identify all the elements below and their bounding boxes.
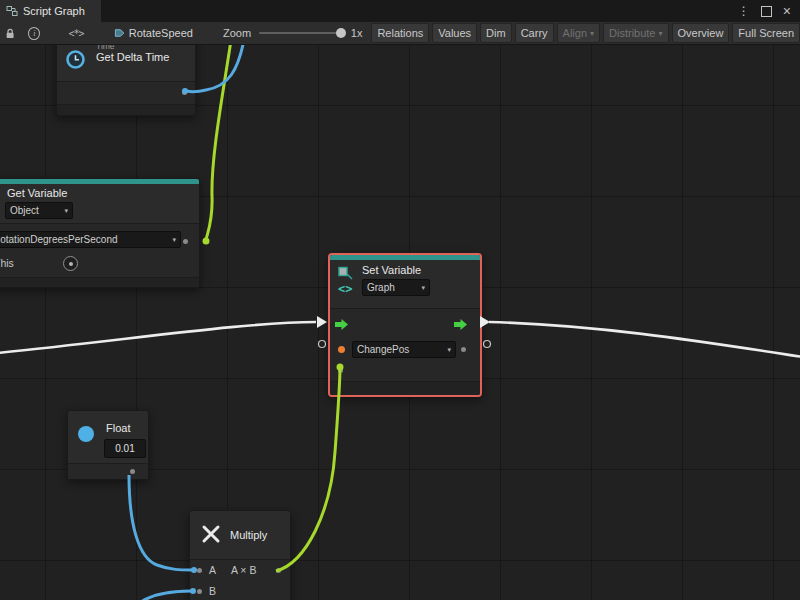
align-label: Align: [563, 27, 587, 39]
node-multiply[interactable]: Multiply A A × B B: [189, 510, 291, 600]
close-icon[interactable]: ×: [783, 4, 791, 18]
svg-text:<>: <>: [338, 282, 352, 296]
graph-name: RotateSpeed: [129, 27, 193, 39]
zoom-value: 1x: [351, 27, 363, 39]
wire-blue-bottom: [141, 591, 191, 600]
align-button[interactable]: Align ▾: [557, 23, 600, 43]
node-title: Multiply: [230, 529, 267, 541]
tab-label: Script Graph: [23, 5, 85, 17]
tab-script-graph[interactable]: Script Graph: [0, 0, 101, 22]
node-header: <> Set Variable Graph ▾: [330, 260, 480, 308]
wire-endpoint: [203, 238, 210, 245]
this-port-label: This: [0, 257, 14, 269]
float-icon: [78, 426, 94, 442]
port-row: [57, 81, 195, 104]
input-port-b[interactable]: [197, 589, 202, 594]
graph-toolbar: i <*> RotateSpeed Zoom 1x Relations Valu…: [0, 22, 800, 45]
lock-icon[interactable]: [5, 27, 15, 40]
port-result-label: A × B: [231, 564, 256, 576]
node-title: Float: [106, 422, 130, 434]
node-body: A A × B B: [190, 559, 290, 600]
graph-asset-icon: [114, 27, 125, 39]
variable-scope-dropdown[interactable]: Object ▾: [5, 202, 73, 219]
node-get-variable[interactable]: Get Variable Object ▾ RotationDegreesPer…: [0, 178, 200, 288]
maximize-icon[interactable]: [761, 6, 772, 17]
dropdown-value: Graph: [367, 282, 395, 293]
output-port-result[interactable]: [276, 568, 281, 573]
overview-button[interactable]: Overview: [672, 23, 730, 43]
distribute-button[interactable]: Distribute ▾: [603, 23, 668, 43]
dropdown-value: Object: [10, 205, 39, 216]
clock-icon: [65, 49, 86, 70]
relations-button[interactable]: Relations: [371, 23, 429, 43]
node-body: RotationDegreesPerSecond ▾ This: [0, 224, 199, 277]
node-header: Multiply: [190, 511, 290, 559]
carry-button[interactable]: Carry: [515, 23, 554, 43]
control-output-port[interactable]: [454, 319, 467, 330]
node-footer: [0, 277, 199, 287]
node-footer: [330, 381, 480, 395]
multiply-icon: [200, 523, 222, 545]
input-port-a[interactable]: [197, 568, 202, 573]
variable-name-dropdown[interactable]: ChangePos ▾: [352, 341, 456, 358]
chevron-down-icon: ▾: [169, 236, 176, 244]
node-body: ChangePos ▾: [330, 309, 480, 381]
wire-control-out: [489, 322, 800, 357]
object-picker-icon[interactable]: [63, 256, 78, 271]
distribute-label: Distribute: [609, 27, 655, 39]
dim-button[interactable]: Dim: [480, 23, 512, 43]
value-input-port[interactable]: [338, 346, 345, 353]
node-header: Time Get Delta Time: [57, 44, 195, 81]
node-get-delta-time[interactable]: Time Get Delta Time: [56, 44, 196, 116]
node-category: Time: [96, 44, 169, 51]
variable-scope-dropdown[interactable]: Graph ▾: [362, 279, 430, 296]
node-float[interactable]: Float 0.01: [67, 410, 149, 480]
node-header: Float 0.01: [68, 411, 148, 463]
variable-name-dropdown[interactable]: RotationDegreesPerSecond ▾: [0, 231, 181, 248]
chevron-down-icon: ▾: [659, 29, 663, 38]
node-title: Get Delta Time: [96, 51, 169, 63]
value-output-port[interactable]: [183, 239, 188, 244]
menu-icon[interactable]: ⋮: [738, 5, 750, 17]
port-b-label: B: [209, 585, 216, 597]
zoom-slider[interactable]: [259, 32, 343, 34]
graph-variable-icon: <>: [336, 264, 356, 296]
node-title: Get Variable: [7, 187, 193, 199]
object-picker-dot: [69, 262, 73, 266]
node-title: Set Variable: [362, 264, 430, 276]
chevron-down-icon: ▾: [61, 207, 68, 215]
info-icon[interactable]: i: [28, 27, 40, 40]
values-button[interactable]: Values: [432, 23, 477, 43]
unconnected-port-right: [484, 341, 491, 348]
wire-green-top: [206, 44, 231, 240]
chevron-down-icon: ▾: [590, 29, 594, 38]
full-screen-button[interactable]: Full Screen: [732, 23, 800, 43]
script-graph-icon: [6, 5, 18, 17]
node-header: Get Variable Object ▾: [0, 184, 199, 223]
zoom-label: Zoom: [223, 27, 251, 39]
toolbar-buttons: Relations Values Dim Carry Align ▾ Distr…: [368, 23, 800, 43]
value-output-port[interactable]: [130, 469, 135, 474]
code-icon[interactable]: <*>: [68, 28, 83, 39]
chevron-down-icon: ▾: [418, 284, 425, 292]
wire-control-in: [0, 322, 316, 353]
node-footer: [57, 104, 195, 115]
zoom-slider-knob[interactable]: [336, 28, 346, 38]
wire-blue-float: [129, 475, 192, 570]
dropdown-value: RotationDegreesPerSecond: [0, 234, 118, 245]
window-controls: ⋮ ×: [738, 0, 800, 22]
dropdown-value: ChangePos: [357, 344, 409, 355]
float-value-input[interactable]: 0.01: [104, 439, 146, 458]
value-output-port[interactable]: [461, 347, 466, 352]
control-in-arrowhead: [317, 316, 327, 328]
port-a-label: A: [209, 564, 216, 576]
port-row: [68, 463, 148, 479]
unconnected-port-left: [319, 341, 326, 348]
value-output-port[interactable]: [182, 90, 187, 95]
tab-bar: Script Graph ⋮ ×: [0, 0, 800, 22]
graph-canvas[interactable]: Time Get Delta Time Get Variable Object …: [0, 44, 800, 600]
control-input-port[interactable]: [335, 319, 348, 330]
input-port[interactable]: [338, 368, 343, 373]
chevron-down-icon: ▾: [444, 346, 451, 354]
node-set-variable[interactable]: <> Set Variable Graph ▾: [328, 253, 482, 397]
